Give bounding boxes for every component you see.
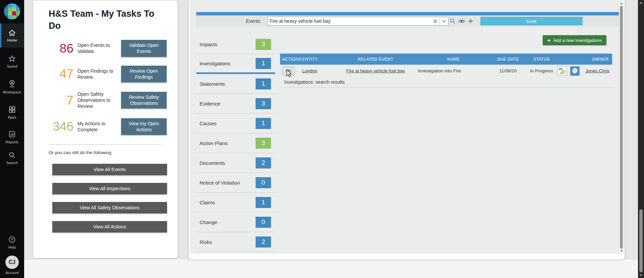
subnav-item-change[interactable]: Change 0 — [196, 212, 275, 232]
row-owner-cell: Jones Chris — [583, 68, 612, 73]
sidebar-item-label: Account — [5, 271, 19, 275]
subnav-label: Investigations — [200, 61, 230, 66]
event-panel: Events Draft Impacts 3 Investigations 1 — [189, 0, 625, 260]
sidebar-item-account[interactable]: CJ Account — [0, 253, 24, 277]
chevron-down-icon[interactable] — [439, 17, 448, 25]
stat-row-safety-observations: 7 Open Safety Observations to Review Rev… — [44, 91, 167, 110]
scroll-up-arrow-icon[interactable] — [620, 3, 623, 4]
row-icons-cell — [557, 66, 583, 76]
row-status-cell: In Progress — [526, 68, 557, 73]
add-plus-icon[interactable] — [467, 17, 474, 25]
subnav-item-impacts[interactable]: Impacts 3 — [196, 34, 275, 54]
count-badge: 0 — [256, 177, 271, 188]
sidebar-item-label: Help — [8, 245, 16, 249]
sidebar-item-label: Reports — [6, 140, 19, 144]
bar-chart-icon — [8, 130, 16, 138]
table-row: London Fire at heavy vehicle fuel bay In… — [280, 65, 612, 77]
gantt-chart-icon[interactable] — [557, 66, 567, 76]
subnav-label: Claims — [200, 200, 215, 205]
sidebar: Home Saved Workspace Apps Reports Search… — [0, 0, 24, 278]
subnav-label: Action Plans — [200, 140, 227, 146]
subnav-label: Change — [200, 219, 217, 225]
sidebar-item-label: Apps — [8, 115, 16, 119]
count-badge: 3 — [256, 39, 271, 50]
validate-open-events-button[interactable]: Validate Open Events — [121, 40, 167, 57]
header-related-event: RELATED EVENT — [334, 57, 417, 62]
event-panel-content: Events Draft Impacts 3 Investigations 1 — [190, 0, 624, 254]
sidebar-item-apps[interactable]: Apps — [0, 101, 24, 123]
open-findings-count: 47 — [44, 68, 73, 80]
subnav-item-statements[interactable]: Statements 1 — [196, 74, 275, 94]
scroll-down-arrow-icon[interactable] — [639, 274, 643, 276]
owner-link[interactable]: Jones Chris — [585, 68, 609, 73]
sidebar-item-home[interactable]: Home — [0, 23, 24, 48]
open-events-label: Open Events to Validate — [77, 42, 121, 54]
header-entity: ENTITY — [301, 57, 334, 62]
grid-icon — [8, 106, 16, 114]
map-pin-icon — [8, 80, 16, 88]
view-record-eye-icon[interactable] — [282, 66, 295, 76]
row-name-cell: Investigation into Fire — [417, 68, 490, 73]
subnav-item-claims[interactable]: Claims 1 — [196, 193, 275, 212]
count-badge: 0 — [256, 217, 271, 228]
header-owner: OWNER — [583, 57, 612, 62]
sidebar-item-search[interactable]: Search — [0, 147, 24, 169]
subnav-item-risks[interactable]: Risks 2 — [196, 232, 275, 252]
subnav-item-documents[interactable]: Documents 2 — [196, 153, 275, 173]
row-entity-cell: London — [301, 68, 334, 73]
subnav-item-notice-of-violation[interactable]: Notice of Violation 0 — [196, 173, 275, 193]
review-safety-observations-button[interactable]: Review Safety Observations — [121, 92, 167, 109]
subnav-label: Causes — [200, 121, 217, 126]
event-row-icons — [449, 17, 474, 25]
open-findings-label: Open Findings to Review — [77, 68, 121, 80]
sidebar-item-workspace[interactable]: Workspace — [0, 76, 24, 98]
open-events-count: 86 — [44, 42, 73, 55]
add-button-label: Add a new Investigations — [553, 38, 602, 43]
safety-observations-count: 7 — [44, 94, 73, 107]
view-eye-icon[interactable] — [458, 17, 465, 25]
count-badge: 3 — [256, 138, 271, 149]
view-all-actions-button[interactable]: View All Actions — [52, 221, 167, 232]
panel-scrollbar[interactable] — [619, 1, 624, 254]
count-badge: 1 — [256, 118, 271, 129]
table-header-row: ACTIONS ENTITY RELATED EVENT NAME DUE DA… — [280, 54, 612, 65]
browser-scrollbar-thumb[interactable] — [639, 209, 643, 272]
subnav-item-causes[interactable]: Causes 1 — [196, 114, 275, 133]
view-all-safety-observations-button[interactable]: View All Safety Observations — [52, 202, 167, 213]
view-all-events-button[interactable]: View All Events — [52, 164, 167, 175]
status-badge[interactable]: Draft — [480, 17, 583, 25]
help-icon: ? — [8, 235, 16, 244]
entity-link[interactable]: London — [302, 68, 317, 73]
scroll-down-arrow-icon[interactable] — [620, 250, 623, 252]
event-value-field[interactable] — [268, 17, 431, 25]
related-event-link[interactable]: Fire at heavy vehicle fuel bay — [346, 68, 405, 73]
view-all-inspections-button[interactable]: View All Inspections — [52, 183, 167, 194]
sidebar-item-saved[interactable]: Saved — [0, 50, 24, 72]
row-related-event-cell: Fire at heavy vehicle fuel bay — [334, 68, 417, 73]
view-my-open-actions-button[interactable]: View my Open Actions — [121, 118, 167, 135]
scroll-up-arrow-icon[interactable] — [639, 2, 643, 4]
map-location-icon[interactable] — [570, 66, 580, 76]
app-logo-icon[interactable] — [4, 3, 20, 19]
star-icon — [8, 55, 16, 63]
my-actions-count: 346 — [44, 120, 73, 133]
panel-scrollbar-thumb[interactable] — [620, 6, 623, 249]
my-actions-label: My Actions to Complete — [77, 121, 121, 133]
event-select-input[interactable] — [267, 17, 448, 25]
subnav-item-investigations[interactable]: Investigations 1 — [196, 54, 275, 74]
header-due-date: DUE DATE — [490, 57, 526, 62]
event-selector-row: Events Draft — [196, 15, 619, 27]
review-open-findings-button[interactable]: Review Open Findings — [121, 66, 167, 82]
subnav-item-action-plans[interactable]: Action Plans 3 — [196, 133, 275, 153]
sidebar-item-reports[interactable]: Reports — [0, 126, 24, 148]
add-new-investigations-button[interactable]: + Add a new Investigations — [543, 35, 606, 45]
lookup-search-icon[interactable] — [449, 17, 456, 25]
search-icon — [8, 151, 16, 159]
clear-icon[interactable] — [431, 17, 439, 25]
or-text: Or you can still do the following — [49, 150, 167, 155]
sidebar-item-help[interactable]: ? Help — [0, 231, 24, 253]
count-badge: 1 — [256, 78, 271, 89]
subnav-label: Notice of Violation — [200, 180, 240, 186]
browser-scrollbar[interactable] — [638, 0, 644, 278]
subnav-item-evidence[interactable]: Evidence 3 — [196, 94, 275, 114]
